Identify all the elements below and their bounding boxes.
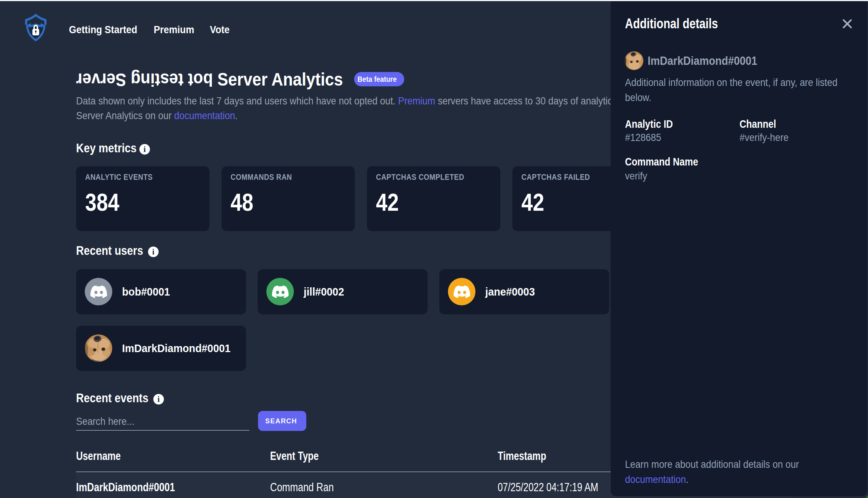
- svg-text:i: i: [157, 395, 160, 404]
- svg-text:i: i: [152, 247, 154, 256]
- svg-text:i: i: [144, 145, 146, 154]
